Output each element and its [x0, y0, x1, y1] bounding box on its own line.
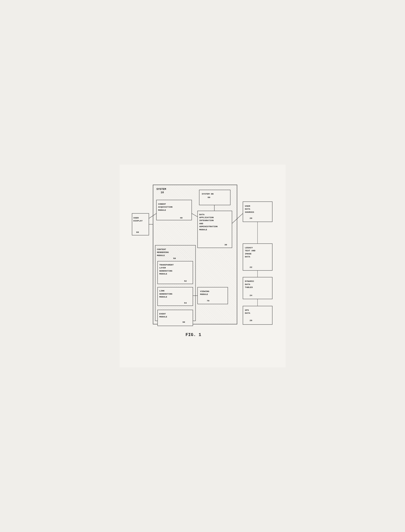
user-data-number: 20 — [250, 217, 252, 220]
diagram-area: SYSTEM 10 SYSTEM DB 80 CONENT ACQUISITIO… — [127, 172, 278, 347]
data-app-label-3: INTEGRATION — [199, 219, 213, 222]
content-acquisition-number: 40 — [180, 217, 182, 219]
transparent-label-1: TRANSPARENT — [159, 264, 174, 266]
legacy-label-3: IMAGE — [245, 253, 251, 255]
data-app-label-4: AND — [199, 222, 203, 225]
legacy-label-4: DATA — [245, 256, 250, 258]
data-app-number: 30 — [224, 243, 227, 246]
user-data-label-3: SOURCES — [245, 211, 254, 214]
system-number: 10 — [161, 191, 164, 194]
transparent-number: 52 — [184, 280, 187, 282]
dynamic-number: 24 — [250, 294, 252, 297]
dynamic-label-1: DYNAMIC — [245, 280, 254, 282]
system-db-box — [199, 190, 230, 205]
viewing-label-1: VIEWING — [200, 290, 209, 293]
user-data-label-1: USER — [245, 205, 250, 207]
system-label: SYSTEM — [156, 188, 166, 191]
legacy-label-1: LEGACY — [245, 246, 253, 249]
system-db-number: 80 — [208, 196, 210, 199]
link-label-3: MODULE — [159, 296, 167, 298]
gps-number: 26 — [250, 319, 252, 322]
legacy-label-2: TEXT AND — [245, 250, 255, 252]
content-acquisition-label-1: CONENT — [158, 203, 166, 205]
viewing-number: 70 — [207, 300, 209, 302]
transparent-label-3: GENERATING — [159, 270, 172, 272]
dynamic-label-2: DATA — [245, 283, 250, 286]
legacy-number: 22 — [250, 266, 252, 269]
data-app-label-1: DATA — [199, 213, 204, 216]
system-diagram: SYSTEM 10 SYSTEM DB 80 CONENT ACQUISITIO… — [127, 172, 278, 347]
content-acquisition-label-3: MODULE — [158, 209, 166, 211]
data-app-label-2: APPLICATION — [199, 216, 213, 219]
transparent-label-2: LAYER — [159, 267, 166, 269]
figure-label: FIG. 1 — [185, 332, 201, 337]
event-label-1: EVENT — [159, 313, 166, 315]
content-rendering-number: 50 — [173, 257, 176, 260]
link-number: 54 — [184, 302, 187, 304]
page: SYSTEM 10 SYSTEM DB 80 CONENT ACQUISITIO… — [120, 165, 285, 367]
transparent-label-4: MODULE — [159, 273, 167, 275]
data-app-label-5: ADMINISTRATION — [199, 225, 217, 228]
user-display-number: 60 — [136, 231, 139, 234]
content-rendering-label-2: RENDERING — [157, 251, 169, 254]
viewing-label-2: MODULE — [200, 293, 208, 296]
content-rendering-label-3: MODULE — [157, 254, 165, 257]
user-data-label-2: DATA — [245, 208, 250, 210]
link-label-2: GENERATING — [159, 293, 172, 295]
link-label-1: LINK — [159, 289, 164, 292]
system-db-label: SYSTEM DB — [202, 193, 213, 195]
user-display-label-1: USER — [133, 217, 139, 219]
gps-label-2: DATA — [245, 312, 250, 315]
gps-label-1: GPS — [245, 309, 249, 311]
dynamic-label-3: TABLES — [245, 286, 253, 289]
data-app-label-6: MODULE — [199, 228, 207, 231]
user-display-label-2: DISPLAY — [133, 220, 143, 222]
event-label-2: MODULE — [159, 315, 167, 318]
content-rendering-label-1: CONTENT — [157, 248, 166, 251]
event-number: 90 — [182, 321, 185, 323]
content-acquisition-label-2: ACQUISITION — [158, 206, 172, 208]
